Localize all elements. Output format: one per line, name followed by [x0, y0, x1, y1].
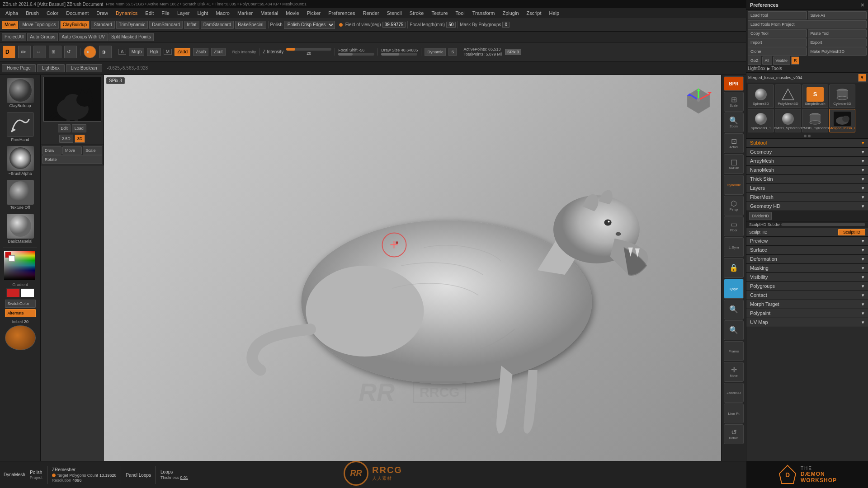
export-btn[interactable]: Export — [808, 38, 867, 47]
viewport[interactable]: RR RRCG SPix 3 — [104, 75, 721, 461]
sphere3d-tool[interactable]: Sphere3D — [748, 84, 774, 108]
fibermesh-section[interactable]: FiberMesh▾ — [746, 193, 868, 202]
merged-fossa-tool[interactable]: Merged_fossa_r — [829, 109, 855, 132]
live-boolean-tab[interactable]: Live Boolean — [66, 64, 102, 72]
thumb-load-btn[interactable]: Load — [72, 124, 86, 132]
dynamic-btn[interactable]: Dynamic — [425, 48, 446, 56]
cylinder3d-tool[interactable]: Cylinder3D — [829, 84, 855, 108]
scroll-up-btn[interactable] — [804, 135, 807, 137]
alternate-btn[interactable]: Alternate — [5, 309, 36, 317]
menu-material[interactable]: Material — [257, 9, 282, 17]
draw-circle-btn[interactable]: ● — [84, 46, 96, 58]
layers-section[interactable]: Layers▾ — [746, 184, 868, 193]
menu-tool[interactable]: Tool — [452, 9, 468, 17]
lightbox-tab[interactable]: LightBox — [37, 64, 65, 72]
simplebrush-tool[interactable]: S SimpleBrush — [802, 84, 828, 108]
subtool-section-header[interactable]: Subtool ▾ — [746, 139, 868, 148]
draw-size-area[interactable]: Draw Size 48.64685 — [381, 48, 418, 56]
mask-value[interactable]: 0 — [502, 22, 509, 28]
menu-preferences[interactable]: Preferences — [325, 9, 359, 17]
menu-draw[interactable]: Draw — [93, 9, 112, 17]
move-icon-btn[interactable]: ✛ Move — [724, 362, 744, 382]
fov-value[interactable]: 39.59775 — [382, 22, 406, 28]
search-btn[interactable]: 🔍 — [724, 300, 744, 319]
brush-inflat-btn[interactable]: Inflat — [184, 21, 199, 29]
s-btn[interactable]: S — [448, 48, 457, 56]
pm3dcylinder-tool[interactable]: PM3D_Cylinder3 — [802, 109, 828, 132]
visibility-section[interactable]: Visibility▾ — [746, 273, 868, 282]
auto-groups-btn[interactable]: Auto Groups — [27, 33, 58, 41]
texture-off[interactable]: Texture Off — [2, 178, 38, 211]
menu-texture[interactable]: Texture — [428, 9, 451, 17]
menu-marker[interactable]: Marker — [234, 9, 256, 17]
menu-picker[interactable]: Picker — [303, 9, 325, 17]
current-tool-r-btn[interactable]: R — [858, 74, 867, 82]
preview-section[interactable]: Preview▾ — [746, 237, 868, 246]
make-polymesh-btn[interactable]: Make PolyMesh3D — [808, 47, 867, 56]
search2-btn[interactable]: 🔍 — [724, 320, 744, 340]
mrgb-btn[interactable]: Mrgb — [129, 48, 145, 56]
menu-movie[interactable]: Movie — [282, 9, 302, 17]
menu-light[interactable]: Light — [194, 9, 212, 17]
home-page-tab[interactable]: Home Page — [2, 64, 36, 72]
brush-claybuildup-btn[interactable]: ClayBuildup — [60, 21, 90, 29]
menu-brush[interactable]: Brush — [22, 9, 42, 17]
rotate-icon-btn[interactable]: ↺ Rotate — [724, 424, 744, 444]
zoom-btn[interactable]: 🔍 Zoom — [724, 113, 744, 132]
lock-btn[interactable]: 🔒 — [724, 258, 744, 278]
masking-section[interactable]: Masking▾ — [746, 264, 868, 273]
zcut-btn[interactable]: Zcut — [211, 48, 225, 56]
divide-hd-btn[interactable]: DivideHD — [749, 212, 772, 220]
visible-btn[interactable]: Visible — [773, 56, 790, 65]
brush-standard-btn[interactable]: Standard — [91, 21, 115, 29]
draw-sub-btn[interactable]: Draw — [42, 146, 61, 155]
basic-material[interactable]: BasicMaterial — [2, 212, 38, 245]
zadd-btn[interactable]: Zadd — [175, 48, 190, 56]
split-masked-btn[interactable]: Split Masked Points — [108, 33, 154, 41]
scale-btn[interactable]: ⊞ Scale — [724, 92, 744, 112]
draw-rotate-btn[interactable]: ↺ — [64, 46, 77, 58]
3d-btn[interactable]: 3D — [75, 135, 85, 143]
zremesher-btn[interactable]: ZRemesher Target Polygons Count 13.19628… — [52, 467, 117, 483]
panel-loops-btn[interactable]: Panel Loops — [126, 472, 151, 478]
brush-movetopo-btn[interactable]: Move Topologics — [19, 21, 58, 29]
polypaint-section[interactable]: Polypaint▾ — [746, 309, 868, 318]
nanomesh-section[interactable]: NanoMesh▾ — [746, 166, 868, 175]
zsub-btn[interactable]: Zsub — [193, 48, 208, 56]
imbed-sphere[interactable] — [5, 325, 36, 350]
menu-document[interactable]: Document — [62, 9, 92, 17]
scale-sub-btn[interactable]: Scale — [83, 146, 102, 155]
menu-macro[interactable]: Macro — [212, 9, 233, 17]
menu-render[interactable]: Render — [359, 9, 383, 17]
polygroups-section[interactable]: Polygroups▾ — [746, 282, 868, 291]
surface-section[interactable]: Surface▾ — [746, 246, 868, 255]
zoomd-btn[interactable]: ZoomSD — [724, 383, 744, 403]
contact-section[interactable]: Contact▾ — [746, 291, 868, 300]
sculpt-hd-button[interactable]: SculptHD — [838, 229, 865, 235]
menu-alpha[interactable]: Alpha — [2, 9, 22, 17]
sphere3d1-tool[interactable]: Sphere3D_1 — [748, 109, 774, 132]
r-btn[interactable]: R — [791, 56, 800, 65]
draw-pen-btn[interactable]: ✏ — [18, 46, 31, 58]
geometry-section[interactable]: Geometry▾ — [746, 148, 868, 157]
bg-color-swatch[interactable] — [9, 255, 15, 262]
dynamic-icon-btn[interactable]: Dynamic — [724, 175, 744, 195]
brush-trimdynamic-btn[interactable]: TrimDynamic — [116, 21, 148, 29]
switch-color-btn[interactable]: SwitchColor — [5, 300, 36, 308]
clone-btn[interactable]: Clone — [748, 47, 807, 56]
fg-swatch[interactable] — [6, 288, 20, 297]
actual-btn[interactable]: ⊡ Actual — [724, 133, 744, 153]
z-intensity-slider[interactable] — [286, 48, 331, 51]
2d-btn[interactable]: 2.5D — [59, 135, 73, 143]
xyz-btn[interactable]: Qxyz — [724, 279, 744, 299]
frame-btn[interactable]: Frame — [724, 341, 744, 361]
brush-alpha[interactable]: ~BrushAlpha — [2, 145, 38, 177]
pm3dsphere-tool[interactable]: PM3D_Sphere3D — [775, 109, 801, 132]
geometry-hd-section[interactable]: Geometry HD▾ — [746, 202, 868, 211]
menu-color[interactable]: Color — [43, 9, 62, 17]
menu-help[interactable]: Help — [546, 9, 563, 17]
brush-damstandard-btn[interactable]: DamStandard — [149, 21, 183, 29]
brush-damstandard2-btn[interactable]: DamStandard — [201, 21, 234, 29]
polish-dropdown[interactable]: Polish Crisp Edges — [284, 21, 335, 29]
project-all-btn[interactable]: ProjectAll — [2, 33, 26, 41]
